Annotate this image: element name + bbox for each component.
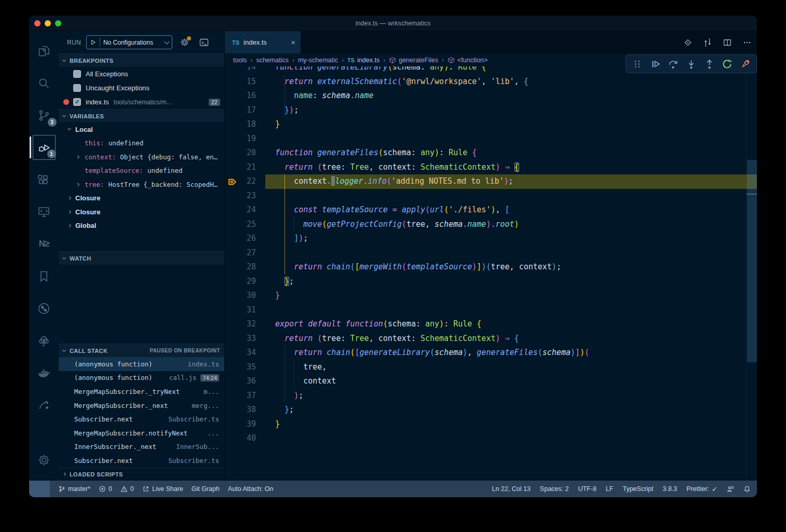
debug-disconnect-button[interactable] xyxy=(740,59,751,70)
breadcrumb-item[interactable]: generateFiles xyxy=(389,57,438,64)
code-text[interactable]: } xyxy=(225,117,757,132)
code-text[interactable]: context xyxy=(225,374,757,389)
breakpoint-checkbox[interactable] xyxy=(73,84,81,92)
code-text[interactable]: return chain([generateLibrary(schema), g… xyxy=(225,346,757,360)
editor-action-split-editor[interactable] xyxy=(723,38,732,47)
statusbar-errors[interactable]: 0 xyxy=(99,485,112,493)
activity-item-settings[interactable] xyxy=(33,447,56,472)
debug-step-over-button[interactable] xyxy=(668,59,679,70)
statusbar-live-share[interactable]: Live Share xyxy=(142,485,183,493)
minimize-window-button[interactable] xyxy=(45,20,51,26)
debug-restart-button[interactable] xyxy=(722,59,733,70)
variable-row[interactable]: context:Object {debug: false, en… xyxy=(59,150,224,164)
activity-item-remote-explorer[interactable] xyxy=(33,199,56,224)
configure-launch-button[interactable] xyxy=(180,37,189,47)
variable-row[interactable]: templateSource:undefined xyxy=(59,164,224,178)
editor-action-open-changes[interactable] xyxy=(683,38,693,47)
activity-item-docker[interactable] xyxy=(33,360,56,385)
breadcrumb-item[interactable]: <function> xyxy=(448,57,487,64)
code-text[interactable]: context.logger.info('adding NOTES.md to … xyxy=(225,174,757,189)
statusbar-encoding[interactable]: UTF-8 xyxy=(578,485,596,493)
statusbar-git-graph[interactable]: Git Graph xyxy=(192,485,220,493)
variables-section-header[interactable]: VARIABLES xyxy=(59,109,224,122)
breakpoint-checkbox[interactable]: ✓ xyxy=(73,98,81,106)
window-controls[interactable] xyxy=(34,20,61,26)
statusbar-feedback[interactable] xyxy=(727,485,734,493)
breakpoint-row[interactable]: All Exceptions xyxy=(59,67,224,81)
code-text[interactable]: return externalSchematic('@nrwl/workspac… xyxy=(225,75,757,89)
breakpoint-row[interactable]: Uncaught Exceptions xyxy=(59,81,224,95)
code-text[interactable]: }; xyxy=(225,275,757,289)
loaded-scripts-section-header[interactable]: LOADED SCRIPTS xyxy=(59,468,224,481)
statusbar-ts-version[interactable]: 3.8.3 xyxy=(663,485,677,493)
launch-configuration-dropdown[interactable]: No Configurations xyxy=(86,35,172,49)
watch-section-header[interactable]: WATCH xyxy=(59,251,224,265)
line-number[interactable]: 27 xyxy=(225,246,256,261)
breakpoint-checkbox[interactable] xyxy=(73,70,81,78)
code-text[interactable]: } xyxy=(225,417,757,432)
close-window-button[interactable] xyxy=(34,20,40,26)
close-tab-icon[interactable]: × xyxy=(291,38,295,47)
code-text[interactable]: export default function(schema: any): Ru… xyxy=(225,317,757,332)
code-text[interactable]: return (tree: Tree, context: SchematicCo… xyxy=(225,332,757,346)
breakpoints-section-header[interactable]: BREAKPOINTS xyxy=(59,53,224,67)
code-text[interactable]: return (tree: Tree, context: SchematicCo… xyxy=(225,160,757,175)
breadcrumb-item[interactable]: tools xyxy=(233,57,247,64)
statusbar-auto-attach[interactable]: Auto Attach: On xyxy=(228,485,274,493)
breadcrumb-item[interactable]: my-schematic xyxy=(298,57,338,64)
code-text[interactable]: }); xyxy=(225,103,757,118)
statusbar-warnings[interactable]: 0 xyxy=(120,485,134,493)
activity-item-run-debug[interactable]: 1 xyxy=(33,135,56,160)
statusbar-indentation[interactable]: Spaces: 2 xyxy=(540,485,569,493)
activity-item-gitlens[interactable] xyxy=(33,296,56,321)
variables-scope-local[interactable]: Local xyxy=(59,122,224,137)
code-text[interactable]: tree, xyxy=(225,360,757,375)
variables-scope-closure[interactable]: Closure xyxy=(59,192,224,206)
activity-item-search[interactable] xyxy=(33,71,56,96)
call-stack-frame[interactable]: (anonymous function)call.js74:24 xyxy=(59,371,224,385)
variables-scope-global[interactable]: Global xyxy=(59,219,224,233)
code-text[interactable]: const templateSource = apply(url('./file… xyxy=(225,203,757,217)
line-number[interactable]: 31 xyxy=(225,303,256,318)
activity-item-source-control[interactable]: 3 xyxy=(33,103,56,128)
overview-ruler[interactable] xyxy=(746,66,757,481)
statusbar-prettier[interactable]: Prettier:✓ xyxy=(686,485,717,493)
variable-row[interactable]: tree:HostTree {_backend: ScopedH… xyxy=(59,178,224,192)
activity-item-extensions[interactable] xyxy=(33,167,56,192)
code-editor[interactable]: 14function generateLibrary(schema: any):… xyxy=(225,66,757,481)
code-text[interactable]: return chain([mergeWith(templateSource)]… xyxy=(225,260,757,275)
call-stack-frame[interactable]: MergeMapSubscriber._tryNextm... xyxy=(59,385,224,399)
code-text[interactable]: function generateFiles(schema: any): Rul… xyxy=(225,146,757,160)
editor-action-compare-changes[interactable] xyxy=(703,38,712,47)
call-stack-frame[interactable]: MergeMapSubscriber._nextmerg... xyxy=(59,399,224,413)
call-stack-frame[interactable]: Subscriber.nextSubscriber.ts xyxy=(59,412,224,426)
code-text[interactable]: } xyxy=(225,289,757,303)
call-stack-section-header[interactable]: CALL STACK PAUSED ON BREAKPOINT xyxy=(59,344,224,357)
breadcrumb-item[interactable]: TSindex.ts xyxy=(347,57,380,64)
debug-step-out-button[interactable] xyxy=(704,59,715,70)
maximize-window-button[interactable] xyxy=(55,20,61,26)
activity-item-explorer[interactable] xyxy=(33,38,56,63)
call-stack-frame[interactable]: InnerSubscriber._nextInnerSub... xyxy=(59,440,224,454)
code-text[interactable]: move(getProjectConfig(tree, schema.name)… xyxy=(225,217,757,232)
scrollbar-slider[interactable] xyxy=(747,160,757,362)
breakpoint-row[interactable]: ✓index.tstools/schematics/my-sch…22 xyxy=(59,95,224,109)
code-text[interactable]: ); xyxy=(225,389,757,403)
breadcrumb-item[interactable]: schematics xyxy=(256,57,289,64)
debug-step-into-button[interactable] xyxy=(686,59,697,70)
statusbar-eol[interactable]: LF xyxy=(606,485,614,493)
debug-continue-button[interactable] xyxy=(650,59,661,70)
statusbar-notifications[interactable] xyxy=(743,485,751,493)
call-stack-frame[interactable]: Subscriber.nextSubscriber.ts xyxy=(59,454,224,468)
editor-action-more-actions[interactable] xyxy=(742,38,752,47)
code-text[interactable]: ]); xyxy=(225,231,757,246)
tab-index-ts[interactable]: TS index.ts × xyxy=(225,31,301,53)
line-number[interactable]: 19 xyxy=(225,132,256,146)
activity-item-todo-tree[interactable] xyxy=(33,328,56,353)
statusbar-cursor-position[interactable]: Ln 22, Col 13 xyxy=(492,485,530,493)
variable-row[interactable]: this:undefined xyxy=(59,137,224,151)
statusbar-git-branch[interactable]: master* xyxy=(58,485,90,493)
statusbar-language[interactable]: TypeScript xyxy=(622,485,653,493)
activity-item-nx-console[interactable]: N≥ xyxy=(33,231,56,256)
call-stack-frame[interactable]: (anonymous function)index.ts xyxy=(59,357,224,371)
